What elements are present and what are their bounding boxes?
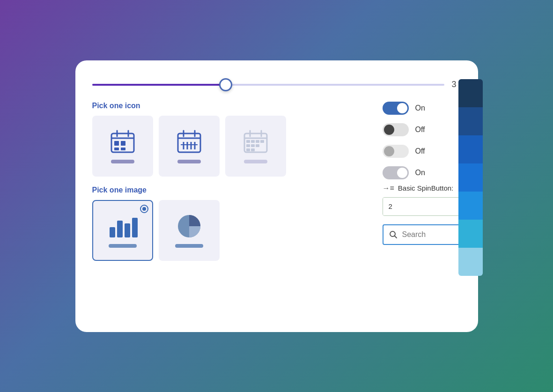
image-card-pie-chart[interactable]	[159, 200, 220, 261]
color-swatches	[458, 79, 483, 276]
svg-rect-33	[132, 218, 138, 237]
toggle-2[interactable]	[383, 123, 409, 136]
svg-rect-32	[125, 223, 130, 237]
toggle-3[interactable]	[383, 145, 409, 158]
bar-chart-icon	[108, 213, 138, 239]
icon-grid	[92, 116, 368, 177]
spinbutton-title: Basic SpinButton:	[398, 184, 453, 192]
swatch-2[interactable]	[458, 107, 483, 135]
svg-rect-5	[121, 141, 125, 146]
toggle-4-label: On	[415, 169, 425, 177]
toggle-3-knob	[384, 146, 394, 156]
toggle-2-knob	[384, 125, 394, 135]
svg-rect-26	[251, 144, 255, 147]
svg-rect-8	[178, 133, 200, 152]
main-content: Pick one icon	[92, 102, 461, 313]
icon-card-3[interactable]	[225, 116, 286, 177]
toggle-2-label: Off	[415, 126, 425, 134]
radio-dot-1	[140, 205, 148, 213]
toggle-4-knob	[397, 168, 407, 178]
slider-container[interactable]	[92, 79, 444, 90]
image-picker-label: Pick one image	[92, 186, 368, 194]
icon-card-1-bar	[111, 160, 134, 163]
svg-rect-28	[246, 148, 250, 151]
swatch-1[interactable]	[458, 79, 483, 107]
spinbutton-section: →≡ Basic SpinButton: ▲ ▼	[383, 184, 461, 216]
svg-rect-4	[114, 141, 119, 146]
svg-rect-23	[256, 140, 259, 143]
main-card: 3 Pick one icon	[75, 60, 478, 332]
swatch-5[interactable]	[458, 192, 483, 220]
icon-card-2-bar	[177, 160, 201, 163]
svg-rect-22	[251, 140, 255, 143]
pie-chart-icon	[174, 213, 204, 239]
svg-rect-6	[114, 148, 119, 150]
svg-line-36	[394, 236, 397, 238]
image-picker-section: Pick one image	[92, 186, 368, 261]
image-card-bar-chart[interactable]	[92, 200, 153, 261]
toggle-4[interactable]	[383, 166, 409, 179]
svg-rect-25	[246, 144, 250, 147]
toggle-1-knob	[397, 103, 407, 113]
image-card-1-bar	[109, 244, 137, 248]
slider-track	[92, 84, 444, 86]
toggle-row-3: Off	[383, 145, 461, 158]
svg-rect-7	[121, 148, 125, 150]
toggle-row-1: On	[383, 102, 461, 115]
svg-rect-29	[251, 148, 255, 151]
search-icon	[389, 230, 398, 239]
toggle-row-4: On	[383, 166, 461, 179]
slider-fill	[92, 84, 226, 86]
svg-rect-24	[260, 140, 264, 143]
search-wrapper[interactable]	[383, 224, 461, 245]
toggle-1[interactable]	[383, 102, 409, 115]
icon-picker-section: Pick one icon	[92, 102, 368, 177]
spinbutton-wrapper[interactable]: ▲ ▼	[383, 197, 461, 216]
spinbutton-title-icon: →≡	[383, 184, 394, 192]
swatch-6[interactable]	[458, 220, 483, 248]
svg-rect-31	[117, 221, 123, 237]
left-panel: Pick one icon	[92, 102, 368, 313]
calendar1-icon	[110, 129, 136, 155]
slider-thumb[interactable]	[219, 78, 232, 91]
calendar2-icon	[176, 129, 202, 155]
svg-rect-27	[256, 144, 259, 147]
swatch-3[interactable]	[458, 135, 483, 163]
right-panel: On Off Off On	[368, 102, 461, 313]
slider-row: 3	[92, 79, 461, 90]
toggle-3-label: Off	[415, 147, 425, 155]
image-grid	[92, 200, 368, 261]
icon-card-1[interactable]	[92, 116, 153, 177]
icon-card-3-bar	[244, 160, 267, 163]
calendar3-icon	[243, 129, 269, 155]
spinbutton-input[interactable]	[383, 198, 461, 215]
toggle-row-2: Off	[383, 123, 461, 136]
toggle-1-label: On	[415, 104, 425, 112]
spinbutton-title-row: →≡ Basic SpinButton:	[383, 184, 461, 192]
svg-rect-21	[246, 140, 250, 143]
icon-picker-label: Pick one icon	[92, 102, 368, 110]
swatch-7[interactable]	[458, 248, 483, 276]
swatch-4[interactable]	[458, 163, 483, 192]
icon-card-2[interactable]	[159, 116, 220, 177]
svg-rect-30	[110, 227, 115, 237]
image-card-2-bar	[175, 244, 203, 248]
